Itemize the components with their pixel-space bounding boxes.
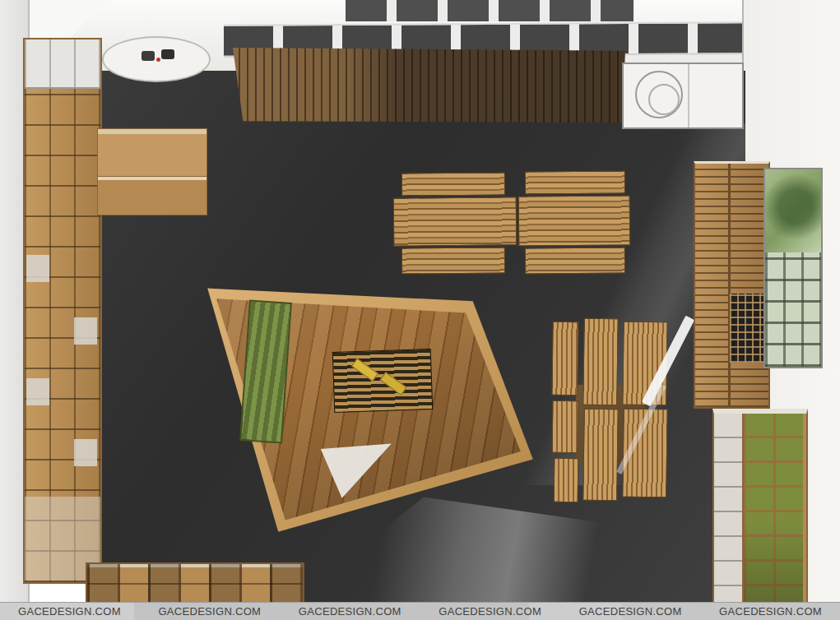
- watermark-text: GACEDESIGN.COM: [579, 605, 682, 618]
- shelf-left-white-section: [25, 39, 100, 89]
- fixture-red-dot-icon: [156, 58, 160, 62]
- watermark-text: GACEDESIGN.COM: [439, 605, 541, 618]
- fixture-item-icon: [142, 51, 155, 61]
- shelf-light-cell: [26, 255, 49, 282]
- watermark-text: GACEDESIGN.COM: [158, 605, 261, 618]
- shelf-light-cell: [26, 378, 49, 405]
- cube-shelving-left-wall: [23, 38, 102, 584]
- slatted-mat: [332, 349, 434, 413]
- fixture-item-icon: [161, 49, 174, 59]
- appliance-box: [622, 62, 744, 129]
- slat-bench: [582, 318, 618, 406]
- watermark-text: GACEDESIGN.COM: [299, 605, 401, 618]
- render-stage: GACEDESIGN.COM GACEDESIGN.COM GACEDESIGN…: [0, 0, 840, 620]
- slat-bench: [582, 409, 619, 502]
- slatted-table-bench: [525, 170, 625, 194]
- slat-bench: [554, 458, 579, 502]
- central-angular-wood-platform: [193, 278, 547, 537]
- watermark-text: GACEDESIGN.COM: [719, 605, 822, 618]
- slatted-table: [393, 197, 517, 246]
- wall-art-green: [763, 168, 823, 368]
- slatted-wood-ceiling-panel: [230, 46, 625, 124]
- slatted-table: [518, 195, 631, 246]
- skylight-row-back: [346, 0, 633, 21]
- appliance-inner-circle-icon: [648, 84, 680, 115]
- appliance-divider: [688, 64, 689, 127]
- shelf-light-cell: [74, 317, 97, 345]
- slat-bench: [551, 322, 578, 396]
- l-desk-lower-slab: [97, 176, 207, 215]
- yellow-tool-icon: [380, 372, 407, 396]
- yellow-tool-icon: [351, 358, 378, 382]
- shelf-light-cell: [74, 439, 97, 466]
- watermark-text: GACEDESIGN.COM: [18, 605, 121, 618]
- cube-shelving-bottom: [86, 562, 304, 607]
- l-desk-upper-slab: [97, 128, 207, 178]
- wall-art-thumbnail-grid: [765, 252, 821, 367]
- green-cube-shelf-bottom-right: [712, 409, 808, 613]
- shelf-dark-grid-section: [730, 294, 767, 363]
- slat-bench: [552, 400, 579, 453]
- slatted-table-bench: [401, 247, 505, 274]
- wall-art-painting: [765, 169, 821, 252]
- shelf-divider: [728, 164, 731, 407]
- watermark-bar: GACEDESIGN.COM GACEDESIGN.COM GACEDESIGN…: [0, 602, 840, 620]
- slatted-table-bench: [525, 247, 625, 274]
- round-ceiling-fixture: [102, 36, 211, 82]
- shelf-white-column: [714, 414, 744, 611]
- slatted-table-bench: [401, 172, 505, 196]
- wood-shelf-right: [694, 161, 770, 409]
- shelf-green-cells: [744, 414, 803, 611]
